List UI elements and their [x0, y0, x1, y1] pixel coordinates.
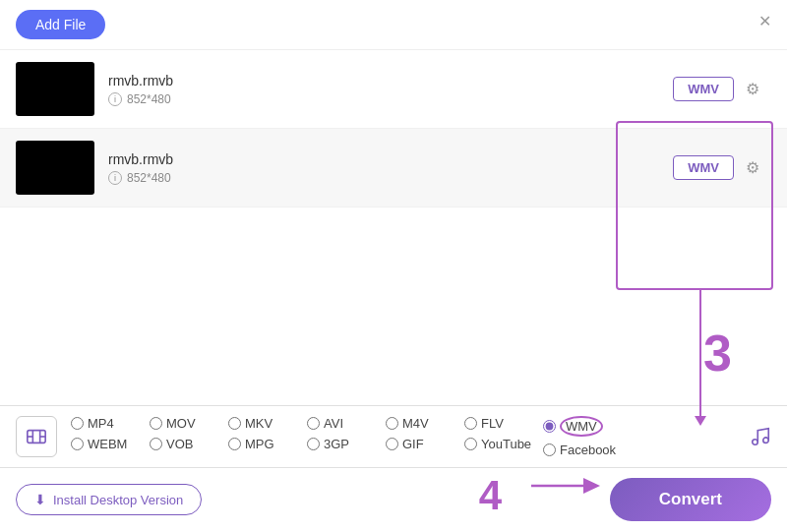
format-option-mpg[interactable]: MPG [228, 437, 307, 451]
format-option-3gp[interactable]: 3GP [307, 437, 386, 451]
radio-mkv[interactable] [228, 417, 241, 430]
format-option-mkv[interactable]: MKV [228, 416, 307, 431]
format-column: MOV VOB [150, 416, 228, 457]
format-column: FLV YouTube [464, 416, 543, 457]
format-column: WMV Facebook [543, 416, 622, 457]
settings-icon[interactable]: ⚙ [746, 80, 759, 98]
radio-mpg[interactable] [228, 438, 241, 450]
video-format-icon [16, 416, 57, 457]
format-column: M4V GIF [386, 416, 464, 457]
radio-mov[interactable] [150, 417, 162, 430]
file-dimensions: 852*480 [127, 92, 171, 106]
format-button-2[interactable]: WMV [673, 155, 734, 180]
format-options: MP4 WEBM MOV VOB MKV MPG [71, 416, 740, 457]
svg-marker-7 [583, 478, 600, 494]
radio-gif[interactable] [386, 438, 398, 450]
file-info: rmvb.rmvb i 852*480 [108, 73, 661, 106]
radio-youtube[interactable] [464, 438, 477, 450]
format-column: MKV MPG [228, 416, 307, 457]
radio-avi[interactable] [307, 417, 320, 430]
annotation-4: 4 [479, 472, 502, 519]
format-button-1[interactable]: WMV [673, 77, 734, 101]
file-meta: i 852*480 [108, 92, 661, 106]
radio-m4v[interactable] [386, 417, 398, 430]
radio-facebook[interactable] [543, 443, 556, 456]
add-file-button[interactable]: Add File [16, 10, 105, 39]
file-name: rmvb.rmvb [108, 151, 661, 167]
close-icon[interactable]: ✕ [758, 12, 771, 30]
format-option-webm[interactable]: WEBM [71, 437, 150, 451]
install-label: Install Desktop Version [53, 493, 183, 507]
radio-wmv[interactable] [543, 420, 556, 433]
radio-mp4[interactable] [71, 417, 84, 430]
audio-icon[interactable] [750, 426, 771, 447]
file-name: rmvb.rmvb [108, 73, 661, 89]
format-option-facebook[interactable]: Facebook [543, 443, 622, 457]
convert-arrow [526, 468, 605, 507]
file-dimensions: 852*480 [127, 171, 171, 185]
file-meta: i 852*480 [108, 171, 661, 185]
file-thumbnail [16, 62, 94, 116]
radio-vob[interactable] [150, 438, 162, 450]
action-bar: ⬇ Install Desktop Version 4 Convert [0, 467, 787, 531]
install-desktop-button[interactable]: ⬇ Install Desktop Version [16, 484, 202, 515]
radio-webm[interactable] [71, 438, 84, 450]
info-icon: i [108, 92, 122, 106]
format-option-gif[interactable]: GIF [386, 437, 464, 451]
file-info: rmvb.rmvb i 852*480 [108, 151, 661, 185]
svg-point-5 [753, 440, 758, 445]
file-list: rmvb.rmvb i 852*480 WMV ⚙ rmvb.rmvb i 85… [0, 50, 787, 228]
convert-button[interactable]: Convert [610, 478, 771, 521]
file-format-actions: WMV ⚙ [661, 71, 771, 107]
format-option-m4v[interactable]: M4V [386, 416, 464, 431]
table-row: rmvb.rmvb i 852*480 WMV ⚙ [0, 50, 787, 129]
format-column: AVI 3GP [307, 416, 386, 457]
format-option-mp4[interactable]: MP4 [71, 416, 150, 431]
info-icon: i [108, 171, 122, 185]
format-option-flv[interactable]: FLV [464, 416, 543, 431]
format-option-mov[interactable]: MOV [150, 416, 228, 431]
settings-icon[interactable]: ⚙ [746, 158, 759, 177]
spacer [0, 228, 787, 406]
radio-flv[interactable] [464, 417, 477, 430]
file-thumbnail [16, 141, 94, 195]
format-option-wmv[interactable]: WMV [543, 416, 622, 437]
format-option-avi[interactable]: AVI [307, 416, 386, 431]
radio-3gp[interactable] [307, 438, 320, 450]
table-row: rmvb.rmvb i 852*480 WMV ⚙ [0, 129, 787, 207]
file-format-actions: WMV ⚙ [661, 149, 771, 186]
svg-point-6 [763, 438, 769, 443]
format-bar: MP4 WEBM MOV VOB MKV MPG [0, 405, 787, 467]
wmv-label: WMV [560, 416, 603, 437]
format-column: MP4 WEBM [71, 416, 150, 457]
download-icon: ⬇ [34, 492, 46, 507]
format-option-youtube[interactable]: YouTube [464, 437, 543, 451]
format-option-vob[interactable]: VOB [150, 437, 228, 451]
